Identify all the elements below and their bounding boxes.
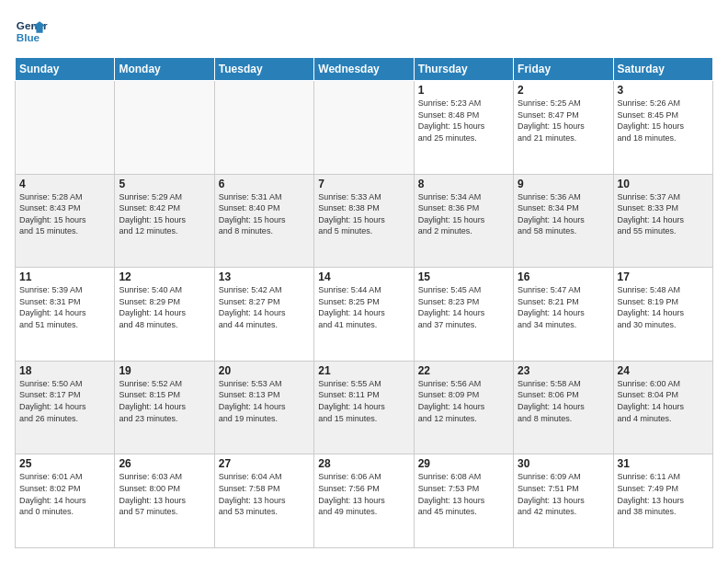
day-info: Sunrise: 5:23 AM Sunset: 8:48 PM Dayligh… bbox=[418, 98, 509, 144]
day-number: 6 bbox=[219, 178, 310, 190]
day-info: Sunrise: 5:40 AM Sunset: 8:29 PM Dayligh… bbox=[119, 284, 210, 330]
day-number: 12 bbox=[119, 270, 210, 283]
day-info: Sunrise: 6:01 AM Sunset: 8:02 PM Dayligh… bbox=[19, 471, 110, 517]
day-info: Sunrise: 5:47 AM Sunset: 8:21 PM Dayligh… bbox=[518, 284, 609, 330]
day-info: Sunrise: 6:06 AM Sunset: 7:56 PM Dayligh… bbox=[318, 471, 409, 517]
calendar-cell-3-5: 15Sunrise: 5:45 AM Sunset: 8:23 PM Dayli… bbox=[414, 268, 513, 362]
calendar-table: SundayMondayTuesdayWednesdayThursdayFrid… bbox=[15, 57, 713, 548]
calendar-cell-5-4: 28Sunrise: 6:06 AM Sunset: 7:56 PM Dayli… bbox=[314, 454, 414, 548]
day-number: 2 bbox=[518, 84, 609, 97]
calendar-cell-2-6: 9Sunrise: 5:36 AM Sunset: 8:34 PM Daylig… bbox=[514, 174, 613, 268]
day-number: 25 bbox=[19, 457, 110, 470]
calendar-cell-4-5: 22Sunrise: 5:56 AM Sunset: 8:09 PM Dayli… bbox=[414, 361, 513, 454]
weekday-header-row: SundayMondayTuesdayWednesdayThursdayFrid… bbox=[16, 58, 713, 81]
calendar-week-3: 11Sunrise: 5:39 AM Sunset: 8:31 PM Dayli… bbox=[16, 268, 713, 362]
day-number: 22 bbox=[418, 364, 509, 377]
calendar-cell-2-5: 8Sunrise: 5:34 AM Sunset: 8:36 PM Daylig… bbox=[414, 174, 513, 268]
day-number: 16 bbox=[518, 270, 609, 283]
calendar-cell-5-7: 31Sunrise: 6:11 AM Sunset: 7:49 PM Dayli… bbox=[613, 454, 712, 548]
day-number: 18 bbox=[19, 364, 110, 377]
day-number: 11 bbox=[19, 270, 110, 283]
day-info: Sunrise: 5:48 AM Sunset: 8:19 PM Dayligh… bbox=[618, 284, 709, 330]
calendar-week-1: 1Sunrise: 5:23 AM Sunset: 8:48 PM Daylig… bbox=[16, 81, 713, 175]
weekday-header-saturday: Saturday bbox=[613, 58, 712, 81]
weekday-header-wednesday: Wednesday bbox=[314, 58, 414, 81]
calendar-cell-3-4: 14Sunrise: 5:44 AM Sunset: 8:25 PM Dayli… bbox=[314, 268, 414, 362]
day-number: 23 bbox=[518, 364, 609, 377]
calendar-cell-1-2 bbox=[115, 81, 214, 175]
day-number: 28 bbox=[318, 457, 409, 470]
day-number: 21 bbox=[318, 364, 409, 377]
day-info: Sunrise: 6:03 AM Sunset: 8:00 PM Dayligh… bbox=[119, 471, 210, 517]
page: General Blue SundayMondayTuesdayWednesda… bbox=[0, 0, 728, 563]
calendar-cell-4-1: 18Sunrise: 5:50 AM Sunset: 8:17 PM Dayli… bbox=[16, 361, 115, 454]
calendar-cell-3-3: 13Sunrise: 5:42 AM Sunset: 8:27 PM Dayli… bbox=[214, 268, 313, 362]
day-info: Sunrise: 5:42 AM Sunset: 8:27 PM Dayligh… bbox=[219, 284, 310, 330]
logo: General Blue bbox=[15, 15, 48, 48]
calendar-cell-3-1: 11Sunrise: 5:39 AM Sunset: 8:31 PM Dayli… bbox=[16, 268, 115, 362]
day-info: Sunrise: 5:39 AM Sunset: 8:31 PM Dayligh… bbox=[19, 284, 110, 330]
day-info: Sunrise: 5:50 AM Sunset: 8:17 PM Dayligh… bbox=[19, 378, 110, 424]
day-info: Sunrise: 5:31 AM Sunset: 8:40 PM Dayligh… bbox=[219, 191, 310, 237]
weekday-header-sunday: Sunday bbox=[16, 58, 115, 81]
day-info: Sunrise: 5:36 AM Sunset: 8:34 PM Dayligh… bbox=[518, 191, 609, 237]
calendar-cell-2-1: 4Sunrise: 5:28 AM Sunset: 8:43 PM Daylig… bbox=[16, 174, 115, 268]
day-number: 15 bbox=[418, 270, 509, 283]
day-info: Sunrise: 6:11 AM Sunset: 7:49 PM Dayligh… bbox=[618, 471, 709, 517]
day-number: 4 bbox=[19, 178, 110, 190]
calendar-cell-4-2: 19Sunrise: 5:52 AM Sunset: 8:15 PM Dayli… bbox=[115, 361, 214, 454]
day-info: Sunrise: 5:25 AM Sunset: 8:47 PM Dayligh… bbox=[518, 98, 609, 144]
calendar-cell-1-7: 3Sunrise: 5:26 AM Sunset: 8:45 PM Daylig… bbox=[613, 81, 712, 175]
day-info: Sunrise: 5:52 AM Sunset: 8:15 PM Dayligh… bbox=[119, 378, 210, 424]
weekday-header-tuesday: Tuesday bbox=[214, 58, 313, 81]
day-info: Sunrise: 6:00 AM Sunset: 8:04 PM Dayligh… bbox=[618, 378, 709, 424]
day-info: Sunrise: 6:04 AM Sunset: 7:58 PM Dayligh… bbox=[219, 471, 310, 517]
day-info: Sunrise: 5:34 AM Sunset: 8:36 PM Dayligh… bbox=[418, 191, 509, 237]
day-number: 9 bbox=[518, 178, 609, 190]
calendar-cell-1-5: 1Sunrise: 5:23 AM Sunset: 8:48 PM Daylig… bbox=[414, 81, 513, 175]
calendar-week-4: 18Sunrise: 5:50 AM Sunset: 8:17 PM Dayli… bbox=[16, 361, 713, 454]
calendar-cell-2-7: 10Sunrise: 5:37 AM Sunset: 8:33 PM Dayli… bbox=[613, 174, 712, 268]
calendar-cell-5-6: 30Sunrise: 6:09 AM Sunset: 7:51 PM Dayli… bbox=[514, 454, 613, 548]
calendar-cell-4-3: 20Sunrise: 5:53 AM Sunset: 8:13 PM Dayli… bbox=[214, 361, 313, 454]
day-info: Sunrise: 5:45 AM Sunset: 8:23 PM Dayligh… bbox=[418, 284, 509, 330]
day-number: 7 bbox=[318, 178, 409, 190]
calendar-cell-2-3: 6Sunrise: 5:31 AM Sunset: 8:40 PM Daylig… bbox=[214, 174, 313, 268]
day-number: 3 bbox=[618, 84, 709, 97]
calendar-cell-5-1: 25Sunrise: 6:01 AM Sunset: 8:02 PM Dayli… bbox=[16, 454, 115, 548]
calendar-cell-2-2: 5Sunrise: 5:29 AM Sunset: 8:42 PM Daylig… bbox=[115, 174, 214, 268]
calendar-week-2: 4Sunrise: 5:28 AM Sunset: 8:43 PM Daylig… bbox=[16, 174, 713, 268]
calendar-cell-4-6: 23Sunrise: 5:58 AM Sunset: 8:06 PM Dayli… bbox=[514, 361, 613, 454]
calendar-cell-2-4: 7Sunrise: 5:33 AM Sunset: 8:38 PM Daylig… bbox=[314, 174, 414, 268]
day-info: Sunrise: 5:26 AM Sunset: 8:45 PM Dayligh… bbox=[618, 98, 709, 144]
logo-icon: General Blue bbox=[15, 15, 48, 48]
weekday-header-monday: Monday bbox=[115, 58, 214, 81]
calendar-cell-3-6: 16Sunrise: 5:47 AM Sunset: 8:21 PM Dayli… bbox=[514, 268, 613, 362]
day-number: 20 bbox=[219, 364, 310, 377]
day-number: 5 bbox=[119, 178, 210, 190]
day-info: Sunrise: 5:58 AM Sunset: 8:06 PM Dayligh… bbox=[518, 378, 609, 424]
day-info: Sunrise: 5:44 AM Sunset: 8:25 PM Dayligh… bbox=[318, 284, 409, 330]
calendar-cell-3-7: 17Sunrise: 5:48 AM Sunset: 8:19 PM Dayli… bbox=[613, 268, 712, 362]
day-info: Sunrise: 5:28 AM Sunset: 8:43 PM Dayligh… bbox=[19, 191, 110, 237]
calendar-cell-4-4: 21Sunrise: 5:55 AM Sunset: 8:11 PM Dayli… bbox=[314, 361, 414, 454]
day-number: 30 bbox=[518, 457, 609, 470]
calendar-cell-1-4 bbox=[314, 81, 414, 175]
header: General Blue bbox=[15, 15, 713, 48]
day-number: 31 bbox=[618, 457, 709, 470]
weekday-header-thursday: Thursday bbox=[414, 58, 513, 81]
day-number: 14 bbox=[318, 270, 409, 283]
day-number: 24 bbox=[618, 364, 709, 377]
day-info: Sunrise: 5:29 AM Sunset: 8:42 PM Dayligh… bbox=[119, 191, 210, 237]
day-number: 17 bbox=[618, 270, 709, 283]
calendar-cell-5-5: 29Sunrise: 6:08 AM Sunset: 7:53 PM Dayli… bbox=[414, 454, 513, 548]
calendar-cell-1-6: 2Sunrise: 5:25 AM Sunset: 8:47 PM Daylig… bbox=[514, 81, 613, 175]
day-info: Sunrise: 5:56 AM Sunset: 8:09 PM Dayligh… bbox=[418, 378, 509, 424]
calendar-cell-4-7: 24Sunrise: 6:00 AM Sunset: 8:04 PM Dayli… bbox=[613, 361, 712, 454]
day-number: 8 bbox=[418, 178, 509, 190]
day-number: 13 bbox=[219, 270, 310, 283]
day-info: Sunrise: 5:37 AM Sunset: 8:33 PM Dayligh… bbox=[618, 191, 709, 237]
calendar-cell-1-3 bbox=[214, 81, 313, 175]
calendar-cell-1-1 bbox=[16, 81, 115, 175]
day-number: 26 bbox=[119, 457, 210, 470]
